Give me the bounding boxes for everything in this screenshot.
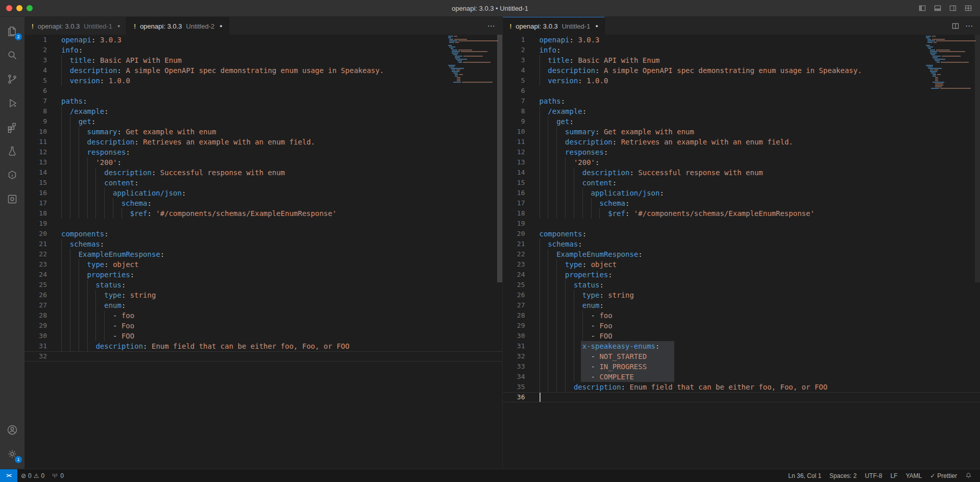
code-line[interactable]: 5version: 1.0.0	[24, 76, 502, 86]
code-line[interactable]: 13'200':	[503, 157, 980, 167]
code-line[interactable]: 24properties:	[503, 270, 980, 280]
code-line[interactable]: 22ExampleEnumResponse:	[24, 249, 502, 259]
code-line[interactable]: 20components:	[503, 229, 980, 239]
source-control-icon[interactable]	[0, 67, 24, 91]
code-line[interactable]: 8/example:	[503, 106, 980, 116]
code-line[interactable]: 6	[24, 86, 502, 96]
code-line[interactable]: 1openapi: 3.0.3	[503, 35, 980, 45]
code-line[interactable]: 6	[503, 86, 980, 96]
code-line[interactable]: 8/example:	[24, 106, 502, 116]
code-line[interactable]: 16application/json:	[503, 188, 980, 198]
code-line[interactable]: 33- IN_PROGRESS	[503, 362, 980, 372]
code-line[interactable]: 26type: string	[503, 290, 980, 300]
minimap[interactable]	[448, 36, 495, 85]
code-line[interactable]: 25status:	[503, 280, 980, 290]
search-icon[interactable]	[0, 43, 24, 67]
code-line[interactable]: 29- Foo	[503, 321, 980, 331]
code-line[interactable]: 28- foo	[24, 310, 502, 321]
code-line[interactable]: 1openapi: 3.0.3	[24, 35, 502, 45]
run-and-debug-icon[interactable]	[0, 91, 24, 115]
code-line[interactable]: 19	[24, 219, 502, 229]
code-line[interactable]: 23type: object	[503, 259, 980, 270]
split-editor-icon[interactable]	[952, 22, 959, 30]
code-line[interactable]: 12responses:	[24, 147, 502, 157]
code-line[interactable]: 15content:	[503, 178, 980, 188]
code-line[interactable]: 31description: Enum field that can be ei…	[24, 341, 502, 351]
cursor-position-status[interactable]: Ln 36, Col 1	[784, 469, 825, 482]
vertical-scrollbar[interactable]	[497, 35, 502, 469]
code-line[interactable]: 30- FOO	[503, 331, 980, 341]
code-line[interactable]: 7paths:	[24, 96, 502, 106]
code-line[interactable]: 15content:	[24, 178, 502, 188]
code-line[interactable]: 19	[503, 219, 980, 229]
code-line[interactable]: 11description: Retrieves an example with…	[24, 137, 502, 147]
indentation-status[interactable]: Spaces: 2	[825, 469, 861, 482]
code-line[interactable]: 30- FOO	[24, 331, 502, 341]
ports-status[interactable]: 0	[48, 469, 67, 482]
code-line[interactable]: 28- foo	[503, 310, 980, 321]
code-line[interactable]: 36	[503, 392, 980, 402]
toggle-secondary-sidebar-icon[interactable]	[946, 2, 960, 14]
remote-indicator[interactable]: ><	[0, 469, 17, 482]
extensions-icon[interactable]	[0, 115, 24, 139]
scrollbar-slider[interactable]	[497, 35, 502, 282]
extension-view-tools-icon[interactable]	[0, 187, 24, 211]
code-line[interactable]: 3title: Basic API with Enum	[503, 55, 980, 65]
code-line[interactable]: 10summary: Get example with enum	[503, 127, 980, 137]
toggle-primary-sidebar-icon[interactable]	[916, 2, 929, 14]
code-line[interactable]: 21schemas:	[503, 239, 980, 249]
code-line[interactable]: 9get:	[24, 116, 502, 127]
code-line[interactable]: 34- COMPLETE	[503, 372, 980, 382]
editor-pane[interactable]: 1openapi: 3.0.32info:3title: Basic API w…	[24, 35, 502, 469]
code-line[interactable]: 12responses:	[503, 147, 980, 157]
explorer-icon[interactable]: 2	[0, 19, 24, 43]
eol-status[interactable]: LF	[886, 469, 901, 482]
problems-status[interactable]: ⊘ 0 ⚠ 0	[17, 469, 48, 482]
account-icon[interactable]	[0, 418, 24, 442]
close-window-button[interactable]	[6, 5, 12, 11]
code-line[interactable]: 2info:	[503, 45, 980, 55]
code-line[interactable]: 32	[24, 351, 502, 362]
code-line[interactable]: 14description: Successful response with …	[24, 167, 502, 178]
scrollbar-slider[interactable]	[975, 35, 980, 282]
code-line[interactable]: 20components:	[24, 229, 502, 239]
language-mode-status[interactable]: YAML	[901, 469, 926, 482]
code-line[interactable]: 4description: A simple OpenAPI spec demo…	[24, 65, 502, 76]
editor-tab[interactable]: !openapi: 3.0.3Untitled-2●	[127, 17, 229, 35]
code-line[interactable]: 3title: Basic API with Enum	[24, 55, 502, 65]
minimap[interactable]	[926, 36, 973, 91]
code-line[interactable]: 27enum:	[24, 300, 502, 310]
code-line[interactable]: 2info:	[24, 45, 502, 55]
editor-tab[interactable]: !openapi: 3.0.3Untitled-1●	[503, 17, 605, 35]
code-line[interactable]: 17schema:	[24, 198, 502, 208]
code-line[interactable]: 4description: A simple OpenAPI spec demo…	[503, 65, 980, 76]
code-line[interactable]: 21schemas:	[24, 239, 502, 249]
editor-pane[interactable]: 1openapi: 3.0.32info:3title: Basic API w…	[503, 35, 980, 469]
code-line[interactable]: 10summary: Get example with enum	[24, 127, 502, 137]
vertical-scrollbar[interactable]	[975, 35, 980, 469]
formatter-status[interactable]: ✓ Prettier	[926, 469, 961, 482]
code-line[interactable]: 18$ref: '#/components/schemas/ExampleEnu…	[24, 208, 502, 219]
code-line[interactable]: 23type: object	[24, 259, 502, 270]
code-line[interactable]: 5version: 1.0.0	[503, 76, 980, 86]
more-actions-icon[interactable]: ⋯	[965, 21, 973, 31]
editor-tab[interactable]: !openapi: 3.0.3Untitled-1●	[24, 17, 127, 35]
code-line[interactable]: 13'200':	[24, 157, 502, 167]
customize-layout-icon[interactable]	[962, 2, 975, 14]
code-line[interactable]: 35description: Enum field that can be ei…	[503, 382, 980, 392]
code-line[interactable]: 18$ref: '#/components/schemas/ExampleEnu…	[503, 208, 980, 219]
code-line[interactable]: 32- NOT_STARTED	[503, 351, 980, 362]
zoom-window-button[interactable]	[27, 5, 33, 11]
code-line[interactable]: 14description: Successful response with …	[503, 167, 980, 178]
code-line[interactable]: 31x-speakeasy-enums:	[503, 341, 980, 351]
code-line[interactable]: 16application/json:	[24, 188, 502, 198]
code-line[interactable]: 9get:	[503, 116, 980, 127]
toggle-panel-icon[interactable]	[931, 2, 944, 14]
code-line[interactable]: 7paths:	[503, 96, 980, 106]
code-line[interactable]: 11description: Retrieves an example with…	[503, 137, 980, 147]
code-line[interactable]: 25status:	[24, 280, 502, 290]
code-line[interactable]: 29- Foo	[24, 321, 502, 331]
encoding-status[interactable]: UTF-8	[861, 469, 886, 482]
code-line[interactable]: 26type: string	[24, 290, 502, 300]
code-line[interactable]: 22ExampleEnumResponse:	[503, 249, 980, 259]
